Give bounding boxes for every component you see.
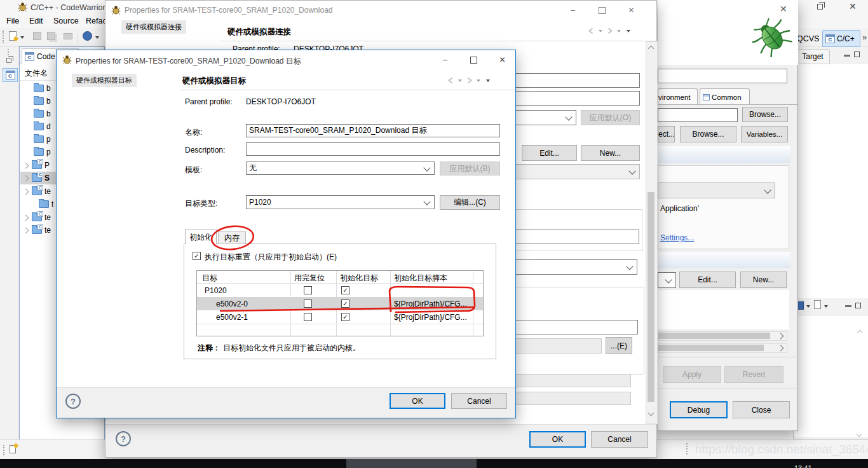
minimize-button[interactable]: –: [431, 50, 459, 69]
new-console-icon[interactable]: [814, 300, 821, 309]
tab-cpp-perspective[interactable]: C C/C+: [822, 30, 860, 47]
view-maximize-icon[interactable]: [854, 52, 860, 57]
help-icon[interactable]: ?: [116, 431, 131, 446]
template-dropdown[interactable]: 无: [246, 162, 435, 175]
new-dropdown-icon[interactable]: [20, 36, 24, 39]
variables-button[interactable]: Variables...: [741, 126, 788, 142]
table-row[interactable]: e500v2-1 ${ProjDirPath}/CFG...: [197, 310, 483, 324]
tab-qcvs[interactable]: QCVS: [797, 34, 819, 43]
menu-edit[interactable]: Edit: [29, 17, 43, 25]
projects-view-shortcut[interactable]: C: [3, 68, 18, 82]
apply-default-button[interactable]: 应用默认(B): [440, 162, 500, 176]
tab-memory[interactable]: 内存: [218, 231, 246, 244]
print-icon[interactable]: [64, 33, 72, 39]
connection-new-button[interactable]: New...: [740, 272, 787, 288]
expand-chevron-icon[interactable]: [23, 162, 29, 169]
debug-close-icon[interactable]: ✕: [780, 4, 787, 14]
maximize-button[interactable]: [588, 1, 616, 20]
col-reset[interactable]: 用完复位: [294, 273, 325, 284]
name-field[interactable]: SRAM-TEST-core00_SRAM_P1020_Download 目标: [246, 124, 500, 137]
help-icon[interactable]: ?: [65, 394, 81, 409]
save-all-icon[interactable]: [47, 32, 55, 40]
expand-chevron-icon[interactable]: [23, 175, 29, 181]
menu-file[interactable]: File: [6, 17, 19, 25]
section-header-gradient: [658, 252, 790, 268]
tab-initialization[interactable]: 初始化: [185, 230, 217, 244]
tab-target[interactable]: Target: [796, 49, 830, 64]
ok-button[interactable]: OK: [529, 431, 586, 448]
menu-source[interactable]: Source: [53, 17, 79, 25]
target-table[interactable]: 目标 用完复位 初始化目标 初始化目标脚本 P1020 e500v2-0 ${P…: [196, 270, 484, 336]
taskbar[interactable]: 13:41: [0, 459, 868, 468]
view-minimize-icon[interactable]: [845, 305, 851, 307]
expand-chevron-icon[interactable]: [23, 227, 29, 233]
rail-drag-handle[interactable]: [8, 49, 9, 55]
close-button[interactable]: ✕: [488, 50, 517, 69]
debug-name-field[interactable]: [658, 69, 787, 83]
expand-chevron-icon[interactable]: [23, 214, 29, 221]
apply-default-button[interactable]: 应用默认(O): [581, 110, 640, 125]
perspective-overflow-chevron[interactable]: »: [862, 32, 867, 42]
init-checkbox[interactable]: [341, 299, 349, 308]
reset-checkbox[interactable]: [304, 286, 312, 294]
scroll-down-icon[interactable]: [648, 410, 654, 416]
browse-top-button[interactable]: Browse...: [742, 107, 788, 122]
expand-chevron-icon[interactable]: [23, 188, 29, 195]
menu-refactor[interactable]: Refac: [86, 17, 107, 25]
col-target[interactable]: 目标: [202, 273, 217, 284]
filename-column-header[interactable]: 文件名: [25, 68, 48, 79]
debug-path-field[interactable]: [658, 108, 738, 122]
flash-programmer-icon[interactable]: [83, 31, 92, 41]
tab-common[interactable]: Common: [700, 88, 750, 105]
new-button[interactable]: New...: [581, 145, 640, 161]
toolbar-drag-handle[interactable]: [3, 31, 4, 43]
view-minimize-icon[interactable]: [844, 55, 850, 57]
session-type-dropdown[interactable]: [658, 182, 775, 198]
revert-button[interactable]: Revert: [724, 366, 783, 383]
scroll-right-icon[interactable]: [778, 345, 784, 352]
edit-button[interactable]: Edit...: [522, 145, 577, 161]
col-init-target[interactable]: 初始化目标: [340, 273, 378, 284]
minimize-button[interactable]: –: [559, 1, 587, 20]
ellipsis-button[interactable]: ...(E): [606, 337, 632, 354]
maximize-button[interactable]: [459, 50, 488, 69]
search-project-button[interactable]: ect...: [658, 126, 675, 142]
tab-environment[interactable]: vironment: [658, 88, 698, 105]
init-checkbox[interactable]: [341, 313, 349, 321]
ok-button[interactable]: OK: [390, 393, 445, 409]
view-maximize-icon[interactable]: [855, 303, 861, 308]
close-button[interactable]: ✕: [617, 1, 646, 20]
col-init-script[interactable]: 初始化目标脚本: [394, 273, 447, 284]
scroll-right-icon[interactable]: [778, 333, 784, 340]
target-type-dropdown[interactable]: P1020: [246, 195, 435, 209]
horizontal-scrollbar[interactable]: [658, 331, 787, 341]
close-button[interactable]: Close: [733, 401, 790, 418]
new-console-dropdown-icon[interactable]: [824, 305, 828, 308]
reset-checkbox[interactable]: [304, 299, 312, 308]
init-checkbox[interactable]: [341, 286, 349, 294]
settings-link[interactable]: Settings...: [660, 233, 694, 242]
console-dropdown-icon[interactable]: [806, 305, 810, 308]
sidebar-item-connection[interactable]: 硬件或模拟器连接: [121, 20, 186, 34]
scroll-up-icon[interactable]: [648, 46, 654, 52]
vertical-scrollbar[interactable]: [646, 41, 658, 424]
table-row[interactable]: P1020: [197, 284, 483, 297]
debug-button[interactable]: Debug: [670, 401, 728, 418]
browse-button[interactable]: Browse...: [680, 126, 736, 142]
flash-dropdown-icon[interactable]: [95, 36, 99, 39]
save-icon[interactable]: [33, 32, 41, 40]
description-field[interactable]: [246, 142, 500, 156]
taskbar-active-app[interactable]: [346, 459, 477, 468]
apply-button[interactable]: Apply: [663, 366, 721, 383]
table-row-selected[interactable]: e500v2-0 ${ProjDirPath}/CFG...: [197, 297, 483, 310]
edit-target-button[interactable]: 编辑...(C): [440, 195, 500, 210]
horizontal-scrollbar[interactable]: [658, 343, 787, 353]
reset-checkbox[interactable]: [304, 313, 312, 321]
main-close-icon[interactable]: ✕: [849, 1, 857, 11]
reset-target-checkbox[interactable]: [193, 252, 201, 260]
cancel-button[interactable]: Cancel: [591, 431, 648, 448]
cancel-button[interactable]: Cancel: [451, 393, 507, 409]
connection-dropdown[interactable]: [658, 272, 676, 288]
sidebar-item-target[interactable]: 硬件或模拟器目标: [72, 74, 137, 87]
connection-edit-button[interactable]: Edit...: [679, 272, 736, 288]
